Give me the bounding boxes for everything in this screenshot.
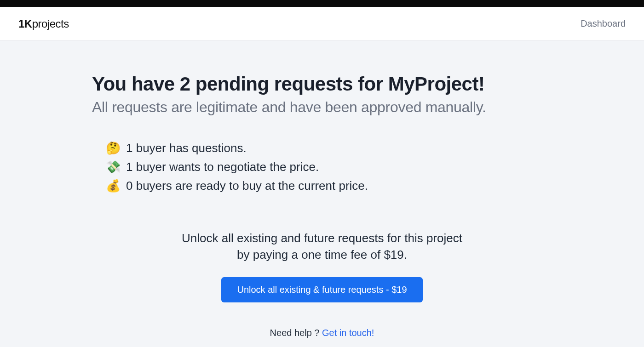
logo-rest: projects [32, 17, 69, 30]
page-subtitle: All requests are legitimate and have bee… [92, 99, 552, 116]
help-prefix: Need help ? [270, 328, 322, 338]
list-item-text: 1 buyer has questions. [126, 141, 247, 155]
help-link[interactable]: Get in touch! [322, 328, 374, 338]
thinking-face-icon: 🤔 [106, 141, 121, 155]
money-wings-icon: 💸 [106, 160, 121, 174]
content-wrapper: You have 2 pending requests for MyProjec… [92, 73, 552, 338]
main-content: You have 2 pending requests for MyProjec… [0, 41, 644, 347]
nav-dashboard-link[interactable]: Dashboard [581, 18, 626, 29]
logo[interactable]: 1Kprojects [18, 17, 69, 30]
cta-line-1: Unlock all existing and future requests … [182, 231, 462, 245]
window-top-bar [0, 0, 644, 7]
page-title: You have 2 pending requests for MyProjec… [92, 73, 552, 95]
list-item-text: 0 buyers are ready to buy at the current… [126, 179, 368, 193]
list-item-text: 1 buyer wants to negotiate the price. [126, 160, 319, 174]
money-bag-icon: 💰 [106, 179, 121, 193]
cta-text: Unlock all existing and future requests … [92, 230, 552, 263]
request-list: 🤔 1 buyer has questions. 💸 1 buyer wants… [92, 141, 552, 193]
navbar: 1Kprojects Dashboard [0, 7, 644, 41]
unlock-button[interactable]: Unlock all existing & future requests - … [221, 277, 422, 302]
list-item: 🤔 1 buyer has questions. [106, 141, 552, 155]
logo-bold: 1K [18, 17, 32, 30]
help-row: Need help ? Get in touch! [92, 328, 552, 338]
cta-line-2: by paying a one time fee of $19. [237, 248, 407, 262]
cta-block: Unlock all existing and future requests … [92, 230, 552, 338]
list-item: 💰 0 buyers are ready to buy at the curre… [106, 179, 552, 193]
list-item: 💸 1 buyer wants to negotiate the price. [106, 160, 552, 174]
